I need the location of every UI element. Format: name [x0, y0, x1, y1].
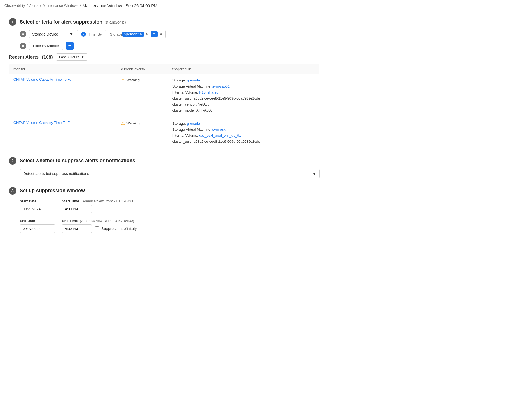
tag-grenada: *grenada* ✕: [122, 32, 144, 37]
section-2: 2 Select whether to suppress alerts or n…: [9, 157, 320, 178]
vol-label-2: Internal Volume:: [172, 133, 199, 138]
label-b: b: [20, 43, 26, 49]
severity-warning-1: ⚠ Warning: [121, 77, 164, 83]
start-timezone-label: (America/New_York - UTC -04:00): [81, 199, 135, 203]
breadcrumb-observability[interactable]: Observability: [4, 4, 25, 8]
end-time-label: End Time: [62, 219, 78, 223]
section-3-header: 3 Set up suppression window: [9, 187, 320, 195]
end-date-input[interactable]: [20, 224, 55, 233]
step-3-circle: 3: [9, 187, 16, 195]
start-date-input[interactable]: [20, 205, 55, 213]
end-timezone-label: (America/New_York - UTC -04:00): [80, 219, 134, 223]
svm-link-1[interactable]: svm-sap01: [212, 84, 230, 88]
section-1: 1 Select criteria for alert suppression …: [9, 18, 320, 148]
alerts-table: monitor currentSeverity triggeredOn ONTA…: [9, 64, 320, 148]
storage-device-label: Storage Device: [32, 32, 58, 36]
suppress-chevron-icon: ▼: [312, 171, 316, 176]
tag-input-area: Storage *grenada* ✕ ✕ ▼ ✕: [105, 30, 166, 38]
add-filter-button[interactable]: +: [66, 42, 74, 50]
sep2: /: [40, 4, 41, 8]
suppress-dropdown-value: Detect alerts but suppress notifications: [23, 171, 89, 176]
filter-by-monitor-button[interactable]: Filter By Monitor: [29, 42, 63, 50]
end-time-group: End Time (America/New_York - UTC -04:00)…: [62, 219, 137, 233]
monitor-link-1[interactable]: ONTAP Volume Capacity Time To Full: [13, 77, 73, 81]
clear-all-icon[interactable]: ✕: [145, 31, 149, 37]
vol-link-2[interactable]: cbc_esxi_prod_win_ds_01: [199, 133, 241, 138]
setup-section: Start Date Start Time (America/New_York …: [20, 199, 320, 233]
section-3-title: Set up suppression window: [20, 188, 85, 194]
recent-alerts-header: Recent Alerts (108) Last 3 Hours ▼: [9, 53, 320, 61]
start-date-label: Start Date: [20, 199, 36, 203]
end-date-label: End Date: [20, 219, 35, 223]
start-time-group: Start Time (America/New_York - UTC -04:0…: [62, 199, 136, 213]
breadcrumb-maintenance-windows[interactable]: Maintenance Windows: [43, 4, 79, 8]
vol-link-1[interactable]: H13_shared: [199, 90, 218, 94]
dropdown-chevron-btn[interactable]: ▼: [151, 31, 158, 37]
table-row: ONTAP Volume Capacity Time To Full ⚠ War…: [9, 74, 320, 117]
storage-device-dropdown[interactable]: Storage Device ▼: [29, 30, 78, 38]
sep3: /: [80, 4, 81, 8]
suppress-check-row: Suppress indefinitely: [95, 226, 137, 231]
tag-close-icon[interactable]: ✕: [140, 33, 142, 36]
storage-link-1[interactable]: grenada: [187, 78, 200, 82]
breadcrumb-alerts[interactable]: Alerts: [29, 4, 38, 8]
col-severity: currentSeverity: [117, 64, 168, 74]
main-content: 1 Select criteria for alert suppression …: [0, 11, 328, 248]
time-filter-dropdown[interactable]: Last 3 Hours ▼: [56, 53, 88, 61]
monitor-link-2[interactable]: ONTAP Volume Capacity Time To Full: [13, 121, 73, 125]
recent-alerts-count: (108): [42, 54, 53, 60]
section-1-header: 1 Select criteria for alert suppression …: [9, 18, 320, 26]
label-a: a: [20, 31, 26, 37]
chevron-down-icon: ▼: [69, 32, 73, 36]
start-date-group: Start Date: [20, 199, 55, 213]
recent-alerts-title: Recent Alerts: [9, 54, 39, 60]
warning-icon-1: ⚠: [121, 77, 125, 83]
time-chevron-icon: ▼: [81, 55, 84, 59]
end-time-header: End Time (America/New_York - UTC -04:00): [62, 219, 137, 223]
start-time-header: Start Time (America/New_York - UTC -04:0…: [62, 199, 136, 203]
end-row: End Date End Time (America/New_York - UT…: [20, 219, 320, 233]
end-date-group: End Date: [20, 219, 55, 233]
step-2-circle: 2: [9, 157, 16, 165]
svm-link-2[interactable]: svm-esx: [212, 127, 225, 132]
filter-storage-label: Storage: [108, 32, 123, 36]
table-row: ONTAP Volume Capacity Time To Full ⚠ War…: [9, 117, 320, 148]
svm-label-1: Storage Virtual Machine:: [172, 84, 212, 88]
triggered-info-1: Storage: grenada Storage Virtual Machine…: [172, 77, 315, 114]
end-date-header: End Date: [20, 219, 55, 223]
storage-label-1: Storage:: [172, 78, 187, 82]
section-3: 3 Set up suppression window Start Date S…: [9, 187, 320, 233]
suppress-indefinitely-checkbox[interactable]: [95, 226, 99, 231]
start-time-input[interactable]: [62, 205, 92, 213]
section-1-subtitle: (a and/or b): [105, 20, 126, 24]
end-time-input[interactable]: [62, 224, 92, 233]
time-filter-value: Last 3 Hours: [59, 55, 79, 59]
svm-label-2: Storage Virtual Machine:: [172, 127, 212, 132]
extra-info-1: cluster_uuid: a68d2fce-cee8-11e9-909d-00…: [172, 96, 260, 112]
start-row: Start Date Start Time (America/New_York …: [20, 199, 320, 213]
col-monitor: monitor: [9, 64, 117, 74]
step-1-circle: 1: [9, 18, 16, 26]
severity-label-1: Warning: [126, 78, 140, 82]
breadcrumb: Observability / Alerts / Maintenance Win…: [0, 0, 513, 11]
suppress-dropdown[interactable]: Detect alerts but suppress notifications…: [20, 169, 320, 178]
col-triggered: triggeredOn: [168, 64, 320, 74]
section-2-header: 2 Select whether to suppress alerts or n…: [9, 157, 320, 165]
warning-icon-2: ⚠: [121, 121, 125, 126]
suppress-indefinitely-label: Suppress indefinitely: [101, 226, 137, 231]
start-time-label: Start Time: [62, 199, 79, 203]
criteria-row-b: b Filter By Monitor +: [20, 42, 320, 50]
start-date-header: Start Date: [20, 199, 55, 203]
breadcrumb-current: Maintenance Window - Sep 26 04:00 PM: [83, 3, 157, 8]
severity-label-2: Warning: [126, 121, 140, 125]
filter-by-label: Filter By: [89, 32, 102, 36]
storage-label-2: Storage:: [172, 121, 187, 126]
clear-filter-icon[interactable]: ✕: [159, 31, 163, 37]
info-icon[interactable]: i: [81, 32, 86, 37]
criteria-row-a: a Storage Device ▼ i Filter By Storage *…: [20, 30, 320, 38]
severity-warning-2: ⚠ Warning: [121, 121, 164, 126]
triggered-info-2: Storage: grenada Storage Virtual Machine…: [172, 121, 315, 145]
storage-link-2[interactable]: grenada: [187, 121, 200, 126]
section-2-title: Select whether to suppress alerts or not…: [20, 158, 135, 164]
section-1-title: Select criteria for alert suppression: [20, 19, 102, 25]
